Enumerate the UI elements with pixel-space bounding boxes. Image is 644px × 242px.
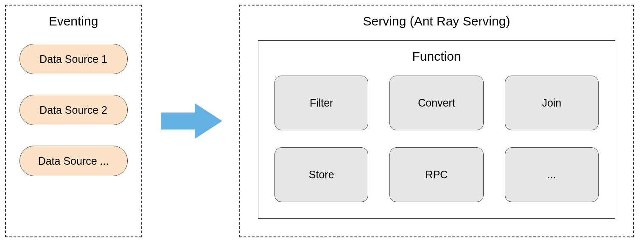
function-more: ...	[505, 147, 599, 202]
function-rpc: RPC	[389, 147, 483, 202]
function-title: Function	[412, 49, 461, 64]
data-source-2: Data Source 2	[20, 95, 128, 125]
data-sources-list: Data Source 1 Data Source 2 Data Source …	[20, 40, 128, 176]
diagram-container: Eventing Data Source 1 Data Source 2 Dat…	[0, 0, 644, 242]
function-convert: Convert	[389, 76, 483, 130]
function-store: Store	[274, 147, 368, 202]
data-source-more: Data Source ...	[20, 146, 128, 176]
arrow-icon	[157, 100, 224, 142]
serving-panel: Serving (Ant Ray Serving) Function Filte…	[239, 5, 634, 237]
svg-marker-0	[161, 103, 222, 139]
function-join: Join	[505, 76, 599, 130]
eventing-title: Eventing	[49, 14, 98, 28]
function-grid: Filter Convert Join Store RPC ...	[274, 76, 599, 202]
arrow-container	[142, 5, 239, 237]
function-filter: Filter	[274, 76, 368, 130]
data-source-1: Data Source 1	[20, 44, 128, 74]
serving-title: Serving (Ant Ray Serving)	[363, 14, 510, 28]
eventing-panel: Eventing Data Source 1 Data Source 2 Dat…	[5, 5, 142, 237]
function-box: Function Filter Convert Join Store RPC .…	[258, 40, 615, 219]
